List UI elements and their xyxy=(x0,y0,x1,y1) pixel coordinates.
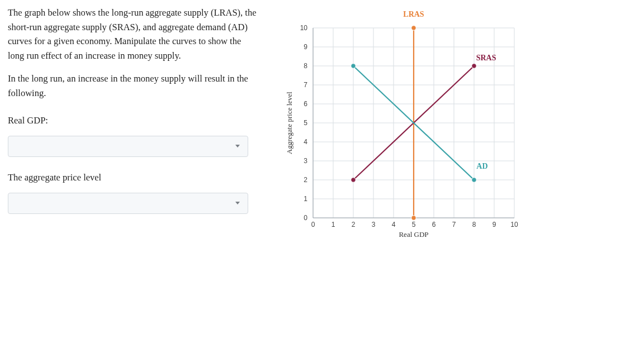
x-tick-label: 0 xyxy=(311,221,315,228)
series-label-lras: LRAS xyxy=(403,11,424,18)
series-label-ad: AD xyxy=(476,162,487,170)
y-tick-label: 3 xyxy=(304,157,307,165)
x-tick-label: 4 xyxy=(392,221,396,228)
x-tick-label: 7 xyxy=(452,221,456,228)
chevron-down-icon xyxy=(235,145,240,147)
chevron-down-icon xyxy=(235,202,240,204)
x-tick-label: 2 xyxy=(352,221,356,228)
y-tick-label: 5 xyxy=(304,119,307,127)
x-tick-label: 6 xyxy=(432,221,436,228)
x-tick-label: 8 xyxy=(472,221,476,228)
chart-container[interactable]: 012345678910012345678910Real GDPAggregat… xyxy=(280,11,537,248)
y-axis-label: Aggregate price level xyxy=(285,92,293,154)
series-lras-endpoint[interactable] xyxy=(411,216,416,220)
x-tick-label: 10 xyxy=(510,221,518,228)
series-ad-endpoint[interactable] xyxy=(351,64,356,68)
y-tick-label: 1 xyxy=(304,195,307,203)
label-real-gdp: Real GDP: xyxy=(8,113,257,128)
series-lras-endpoint[interactable] xyxy=(411,26,416,30)
y-tick-label: 2 xyxy=(304,176,307,184)
series-sras-endpoint[interactable] xyxy=(351,178,356,182)
y-tick-label: 9 xyxy=(304,43,307,51)
question-paragraph-1: The graph below shows the long-run aggre… xyxy=(8,6,257,63)
dropdown-real-gdp[interactable] xyxy=(8,136,248,157)
question-paragraph-2: In the long run, an increase in the mone… xyxy=(8,72,257,100)
economics-chart[interactable]: 012345678910012345678910Real GDPAggregat… xyxy=(280,11,537,246)
dropdown-price-level[interactable] xyxy=(8,193,248,214)
series-ad-endpoint[interactable] xyxy=(472,178,476,182)
series-sras-endpoint[interactable] xyxy=(472,64,476,68)
x-tick-label: 3 xyxy=(372,221,376,228)
label-price-level: The aggregate price level xyxy=(8,170,257,185)
y-tick-label: 6 xyxy=(304,100,307,108)
question-panel: The graph below shows the long-run aggre… xyxy=(0,0,268,362)
series-label-sras: SRAS xyxy=(476,54,496,62)
x-tick-label: 1 xyxy=(332,221,335,228)
x-tick-label: 9 xyxy=(493,221,496,228)
y-tick-label: 4 xyxy=(304,138,307,146)
x-axis-label: Real GDP xyxy=(399,230,428,239)
y-tick-label: 7 xyxy=(304,81,307,89)
y-tick-label: 8 xyxy=(304,62,307,70)
y-tick-label: 0 xyxy=(304,214,307,222)
x-tick-label: 5 xyxy=(412,221,416,228)
y-tick-label: 10 xyxy=(300,24,308,32)
